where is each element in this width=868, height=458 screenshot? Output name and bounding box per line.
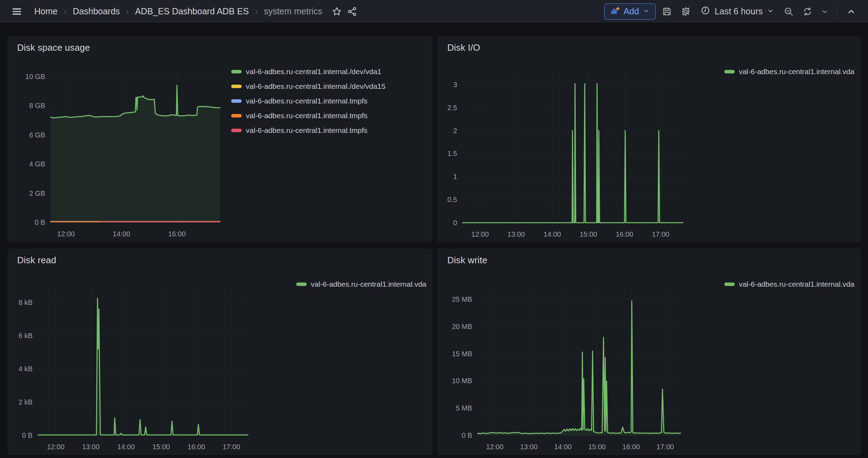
- nav-divider: [837, 5, 837, 19]
- legend-series-label: val-6-adbes.ru-central1.internal./dev/vd…: [246, 82, 385, 91]
- breadcrumb-dashboards[interactable]: Dashboards: [71, 5, 122, 18]
- legend-item[interactable]: val-6-adbes.ru-central1.internal.tmpfs: [231, 126, 385, 135]
- legend-item[interactable]: val-6-adbes.ru-central1.internal./dev/vd…: [231, 67, 385, 76]
- svg-text:25 MB: 25 MB: [452, 295, 472, 303]
- svg-text:3: 3: [453, 81, 457, 88]
- svg-text:15 MB: 15 MB: [452, 350, 472, 358]
- legend-series-swatch: [724, 70, 735, 73]
- breadcrumb-separator: ›: [252, 7, 260, 16]
- legend-series-label: val-6-adbes.ru-central1.internal.vda: [739, 280, 854, 288]
- svg-text:0 B: 0 B: [35, 219, 45, 226]
- svg-text:16:00: 16:00: [168, 230, 186, 238]
- star-icon: [332, 6, 342, 17]
- svg-text:2 GB: 2 GB: [29, 189, 45, 197]
- panel-disk-space-usage: Disk space usage 12:0014:0016:000 B2 GB4…: [8, 36, 432, 242]
- hamburger-icon: [11, 6, 22, 17]
- svg-text:14:00: 14:00: [543, 230, 561, 238]
- menu-button[interactable]: [9, 4, 24, 19]
- legend-series-swatch: [296, 282, 307, 286]
- time-range-label: Last 6 hours: [714, 6, 763, 16]
- chart-legend: val-6-adbes.ru-central1.internal.vda: [724, 67, 854, 76]
- svg-text:14:00: 14:00: [117, 443, 135, 451]
- svg-text:8 GB: 8 GB: [29, 102, 45, 109]
- svg-text:12:00: 12:00: [471, 230, 489, 238]
- breadcrumb-home[interactable]: Home: [32, 5, 60, 18]
- gear-icon: [681, 6, 691, 17]
- legend-item[interactable]: val-6-adbes.ru-central1.internal.tmpfs: [231, 97, 385, 105]
- svg-text:17:00: 17:00: [223, 443, 240, 451]
- legend-series-swatch: [231, 114, 242, 117]
- nav-actions: Add Last 6 hours: [604, 3, 859, 20]
- svg-text:8 kB: 8 kB: [19, 299, 33, 306]
- legend-series-swatch: [231, 99, 242, 103]
- legend-series-label: val-6-adbes.ru-central1.internal.tmpfs: [246, 97, 368, 105]
- add-button-label: Add: [624, 6, 639, 16]
- svg-text:14:00: 14:00: [113, 230, 130, 238]
- svg-text:20 MB: 20 MB: [452, 323, 472, 330]
- svg-text:6 kB: 6 kB: [19, 332, 33, 339]
- save-dashboard-button[interactable]: [659, 4, 675, 19]
- svg-text:5 MB: 5 MB: [456, 404, 472, 412]
- svg-text:16:00: 16:00: [616, 230, 633, 238]
- svg-text:2.5: 2.5: [447, 104, 457, 112]
- breadcrumb: Home › Dashboards › ADB_ES Dashboard ADB…: [32, 5, 324, 18]
- svg-text:2 kB: 2 kB: [19, 398, 33, 406]
- breadcrumb-separator: ›: [123, 7, 131, 16]
- svg-text:10 GB: 10 GB: [25, 73, 45, 80]
- collapse-toolbar-button[interactable]: [844, 4, 859, 19]
- svg-text:15:00: 15:00: [152, 443, 170, 451]
- refresh-interval-dropdown[interactable]: [819, 4, 831, 19]
- legend-series-label: val-6-adbes.ru-central1.internal.tmpfs: [246, 126, 368, 135]
- legend-item[interactable]: val-6-adbes.ru-central1.internal.vda: [724, 280, 854, 288]
- top-nav: Home › Dashboards › ADB_ES Dashboard ADB…: [0, 0, 868, 23]
- svg-text:14:00: 14:00: [554, 443, 572, 451]
- chart-legend: val-6-adbes.ru-central1.internal./dev/vd…: [231, 67, 385, 135]
- svg-text:2: 2: [453, 127, 457, 135]
- legend-series-swatch: [231, 129, 242, 132]
- svg-text:0: 0: [453, 219, 457, 227]
- svg-text:0 B: 0 B: [22, 431, 33, 439]
- svg-text:17:00: 17:00: [652, 230, 669, 238]
- save-icon: [662, 6, 672, 17]
- svg-text:13:00: 13:00: [520, 443, 538, 451]
- panel-disk-io: Disk I/O 12:0013:0014:0015:0016:0017:000…: [438, 36, 860, 242]
- legend-item[interactable]: val-6-adbes.ru-central1.internal./dev/vd…: [231, 82, 385, 91]
- legend-item[interactable]: val-6-adbes.ru-central1.internal.tmpfs: [231, 112, 385, 120]
- share-icon: [347, 6, 357, 17]
- favorite-star-button[interactable]: [329, 4, 344, 19]
- legend-series-label: val-6-adbes.ru-central1.internal./dev/vd…: [246, 67, 382, 76]
- legend-item[interactable]: val-6-adbes.ru-central1.internal.vda: [724, 67, 854, 76]
- dashboard-settings-button[interactable]: [678, 4, 693, 19]
- add-button[interactable]: Add: [604, 3, 656, 20]
- legend-series-swatch: [231, 85, 242, 88]
- legend-series-label: val-6-adbes.ru-central1.internal.vda: [739, 67, 854, 76]
- svg-text:0.5: 0.5: [447, 196, 457, 203]
- svg-text:12:00: 12:00: [47, 443, 64, 451]
- zoom-out-button[interactable]: [781, 4, 796, 19]
- chevron-up-icon: [847, 7, 856, 16]
- breadcrumb-separator: ›: [61, 7, 69, 16]
- panel-disk-read: Disk read 12:0013:0014:0015:0016:0017:00…: [8, 249, 432, 455]
- svg-text:15:00: 15:00: [579, 230, 597, 238]
- zoom-out-icon: [783, 6, 794, 17]
- refresh-icon: [802, 6, 813, 17]
- legend-item[interactable]: val-6-adbes.ru-central1.internal.vda: [296, 280, 426, 288]
- svg-text:6 GB: 6 GB: [29, 131, 45, 139]
- breadcrumb-dashboard-name[interactable]: ADB_ES Dashboard ADB ES: [133, 5, 251, 18]
- chevron-down-icon: [643, 6, 650, 16]
- svg-text:13:00: 13:00: [82, 443, 100, 451]
- panel-disk-write: Disk write 12:0013:0014:0015:0016:0017:0…: [438, 249, 860, 455]
- svg-text:16:00: 16:00: [622, 443, 640, 451]
- refresh-button[interactable]: [800, 4, 815, 19]
- svg-text:12:00: 12:00: [486, 443, 504, 451]
- share-button[interactable]: [344, 4, 360, 19]
- chart-legend: val-6-adbes.ru-central1.internal.vda: [724, 280, 854, 288]
- legend-series-swatch: [724, 282, 735, 286]
- svg-text:1.5: 1.5: [447, 150, 457, 157]
- chart-legend: val-6-adbes.ru-central1.internal.vda: [296, 280, 426, 288]
- svg-text:15:00: 15:00: [588, 443, 606, 451]
- legend-series-label: val-6-adbes.ru-central1.internal.tmpfs: [246, 112, 368, 120]
- time-range-picker[interactable]: Last 6 hours: [697, 3, 777, 20]
- clock-icon: [700, 6, 710, 17]
- svg-text:4 kB: 4 kB: [19, 365, 33, 373]
